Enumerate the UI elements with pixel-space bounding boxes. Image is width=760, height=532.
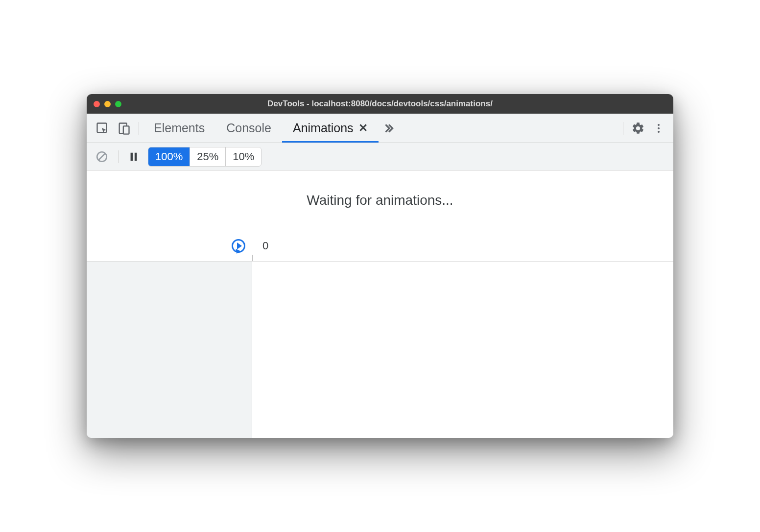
timeline-header: 0 bbox=[87, 230, 673, 262]
tab-console[interactable]: Console bbox=[215, 114, 282, 143]
tab-elements[interactable]: Elements bbox=[143, 114, 215, 143]
timeline-track[interactable]: 0 bbox=[253, 230, 673, 261]
tab-label: Elements bbox=[154, 121, 205, 135]
speed-25[interactable]: 25% bbox=[190, 147, 226, 166]
svg-rect-2 bbox=[123, 126, 129, 134]
svg-rect-8 bbox=[131, 152, 133, 161]
window-title: DevTools - localhost:8080/docs/devtools/… bbox=[87, 99, 673, 109]
device-toolbar-icon[interactable] bbox=[113, 119, 135, 138]
minimize-window-button[interactable] bbox=[104, 101, 111, 107]
devtools-window: DevTools - localhost:8080/docs/devtools/… bbox=[87, 94, 673, 438]
svg-rect-0 bbox=[97, 123, 107, 132]
tab-animations[interactable]: Animations ✕ bbox=[282, 114, 379, 143]
svg-point-4 bbox=[658, 127, 660, 129]
speed-label: 25% bbox=[197, 150, 218, 163]
svg-point-3 bbox=[658, 124, 660, 126]
traffic-lights bbox=[94, 101, 121, 107]
animations-timeline-pane bbox=[252, 262, 673, 438]
speed-100[interactable]: 100% bbox=[148, 147, 190, 166]
maximize-window-button[interactable] bbox=[115, 101, 121, 107]
animations-content bbox=[87, 262, 673, 438]
timeline-controls bbox=[87, 230, 252, 261]
pause-button[interactable] bbox=[124, 148, 143, 165]
settings-button[interactable] bbox=[627, 119, 649, 138]
close-window-button[interactable] bbox=[94, 101, 100, 107]
more-menu-icon[interactable] bbox=[649, 120, 668, 137]
tab-label: Animations bbox=[293, 121, 354, 135]
titlebar: DevTools - localhost:8080/docs/devtools/… bbox=[87, 94, 673, 114]
svg-point-5 bbox=[658, 131, 660, 133]
replay-icon[interactable] bbox=[232, 239, 245, 253]
tabstrip: Elements Console Animations ✕ bbox=[87, 114, 673, 143]
svg-rect-9 bbox=[135, 152, 137, 161]
svg-line-7 bbox=[99, 153, 105, 160]
speed-10[interactable]: 10% bbox=[226, 147, 261, 166]
separator bbox=[623, 122, 623, 135]
speed-label: 10% bbox=[233, 150, 254, 163]
playback-speed-group: 100% 25% 10% bbox=[148, 147, 261, 167]
speed-label: 100% bbox=[155, 150, 183, 163]
separator bbox=[139, 122, 139, 135]
tabstrip-right bbox=[619, 119, 668, 138]
waiting-message: Waiting for animations... bbox=[87, 170, 673, 230]
animations-list-pane bbox=[87, 262, 252, 438]
more-tabs-icon[interactable] bbox=[379, 119, 399, 138]
animations-toolbar: 100% 25% 10% bbox=[87, 143, 673, 170]
clear-button[interactable] bbox=[92, 147, 112, 166]
tab-label: Console bbox=[226, 121, 271, 135]
separator bbox=[118, 150, 119, 163]
close-icon[interactable]: ✕ bbox=[358, 121, 368, 135]
inspect-element-icon[interactable] bbox=[92, 119, 113, 138]
tick-label: 0 bbox=[262, 240, 268, 252]
tabs: Elements Console Animations ✕ bbox=[143, 114, 379, 143]
